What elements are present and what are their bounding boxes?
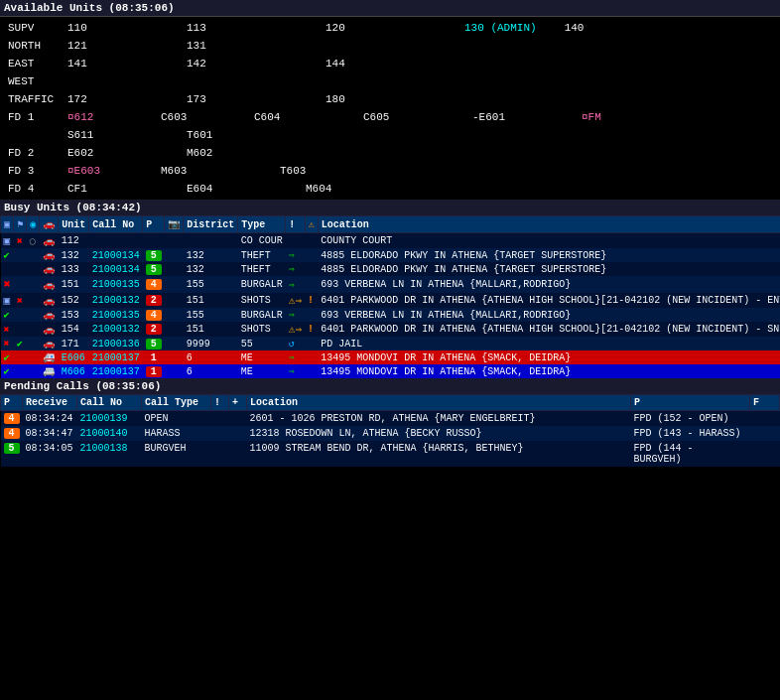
unit-180[interactable]: 180 (322, 90, 401, 108)
td-unit: 151 (59, 276, 89, 293)
unit-t603[interactable]: T603 (276, 162, 355, 180)
table-row[interactable]: ✖ 🚗 151 21000135 4 155 BURGALR ⇒ 693 VER… (1, 276, 781, 293)
td-district: 151 (184, 322, 238, 337)
unit-612[interactable]: ¤612 (64, 108, 143, 126)
td-location: 4885 ELDORADO PKWY IN ATHENA {TARGET SUP… (318, 262, 780, 276)
td-p: 1 (143, 350, 165, 364)
unit-e604[interactable]: E604 (183, 180, 262, 198)
table-row[interactable]: ▣ ✖ 🚗 152 21000132 2 151 SHOTS ⚠⇒ ! 6401… (1, 293, 781, 308)
th-type: Type (238, 216, 286, 233)
unit-173[interactable]: 173 (183, 90, 262, 108)
unit-m604[interactable]: M604 (302, 180, 381, 198)
x-red-icon: ✖ (4, 325, 10, 336)
list-item[interactable]: 5 08:34:05 21000138 BURGVEH 11009 STREAM… (1, 441, 780, 467)
check-icon: ✔ (4, 310, 10, 321)
td-unit: 132 (59, 248, 89, 262)
unit-131[interactable]: 131 (183, 37, 262, 55)
td-warn (211, 411, 229, 427)
unit-label-fd2: FD 2 (4, 144, 64, 162)
unit-c604[interactable]: C604 (250, 108, 329, 126)
td-car-icon: 🚗 (40, 322, 59, 337)
table-row[interactable]: ▣ ✖ ◯ 🚗 112 CO COUR COUNTY COURT (1, 233, 781, 249)
table-row[interactable]: ✔ 🚐 M606 21000137 1 6 ME ⇒ 13495 MONDOVI… (1, 364, 781, 378)
table-row[interactable]: ✔ 🚗 153 21000135 4 155 BURGALR ⇒ 693 VER… (1, 308, 781, 322)
td-location: 693 VERBENA LN IN ATHENA {MALLARI,RODRIG… (318, 276, 780, 293)
unit-172[interactable]: 172 (64, 90, 143, 108)
flag-icon: ⚑ (17, 219, 23, 230)
check-icon: ✔ (4, 250, 10, 261)
unit-spacer9 (262, 90, 322, 108)
th-location: Location (318, 216, 780, 233)
unit-144[interactable]: 144 (322, 55, 401, 72)
unit-spacer6 (143, 55, 183, 72)
td-warn: ! (305, 322, 318, 337)
monitor-icon: ▣ (4, 295, 11, 307)
unit-t601[interactable]: T601 (183, 126, 262, 144)
unit-e602[interactable]: E602 (64, 144, 143, 162)
unit-130-admin[interactable]: 130 (ADMIN) (460, 19, 541, 37)
th-callno: Call No (89, 216, 143, 233)
td-receive: 08:34:24 (23, 411, 77, 427)
table-row[interactable]: ✔ 🚑 E606 21000137 1 6 ME ⇒ 13495 MONDOVI… (1, 350, 781, 364)
unit-142[interactable]: 142 (183, 55, 262, 72)
td-excl: ↺ (286, 337, 305, 350)
unit-120[interactable]: 120 (322, 19, 401, 37)
th-med: + (229, 395, 247, 411)
car-icon: 🚗 (43, 310, 55, 321)
td-icon3 (27, 364, 40, 378)
priority-badge: 5 (4, 443, 20, 454)
available-units-header: Available Units (08:35:06) (0, 0, 780, 17)
unit-e603[interactable]: ¤E603 (64, 162, 143, 180)
td-camera (165, 293, 184, 308)
table-row[interactable]: ✔ 🚗 132 21000134 5 132 THEFT ⇒ 4885 ELDO… (1, 248, 781, 262)
arrow-icon: ⇒ (289, 280, 295, 291)
unit-row-fd4: FD 4 CF1 E604 M604 (4, 180, 776, 198)
monitor-icon: ▣ (4, 219, 10, 230)
td-calltype: BURGVEH (142, 441, 211, 467)
td-icon1: ✖ (1, 322, 14, 337)
unit-row-fd3: FD 3 ¤E603 M603 T603 (4, 162, 776, 180)
unit-spacer4 (541, 19, 561, 37)
td-icon2 (14, 262, 27, 276)
td-district: 155 (184, 276, 238, 293)
table-row[interactable]: ✖ ✔ 🚗 171 21000136 5 9999 55 ↺ PD JAIL (1, 337, 781, 350)
car-e-icon: 🚑 (43, 352, 55, 363)
x-red-icon: ✖ (4, 339, 10, 350)
list-item[interactable]: 4 08:34:47 21000140 HARASS 12318 ROSEDOW… (1, 426, 780, 441)
unit-113[interactable]: 113 (183, 19, 262, 37)
unit-e601[interactable]: -E601 (468, 108, 548, 126)
unit-c603[interactable]: C603 (157, 108, 236, 126)
available-units-grid: SUPV 110 113 120 130 (ADMIN) 140 NORTH 1… (0, 17, 780, 200)
pending-calls-table: P Receive Call No Call Type ! + Location… (0, 394, 780, 467)
td-excl (286, 233, 305, 249)
td-location: 6401 PARKWOOD DR IN ATHENA {ATHENA HIGH … (318, 293, 780, 308)
unit-m602[interactable]: M602 (183, 144, 262, 162)
td-icon2: ✖ (14, 233, 27, 249)
unit-141[interactable]: 141 (64, 55, 143, 72)
priority-badge: 2 (146, 295, 162, 306)
unit-110[interactable]: 110 (64, 19, 143, 37)
th-p: P (143, 216, 165, 233)
td-type: THEFT (238, 248, 286, 262)
th-warn: ⚠ (305, 216, 318, 233)
td-icon3 (27, 350, 40, 364)
unit-row-s611: S611 T601 (4, 126, 776, 144)
unit-c605[interactable]: C605 (359, 108, 439, 126)
x-red-icon: ✖ (17, 236, 23, 247)
car-m-icon: 🚐 (43, 366, 55, 377)
th-calltype: Call Type (142, 395, 211, 411)
td-icon3 (27, 308, 40, 322)
unit-label-east: EAST (4, 55, 64, 72)
td-callno: 21000134 (89, 248, 143, 262)
td-excl: ⇒ (286, 350, 305, 364)
unit-s611[interactable]: S611 (64, 126, 143, 144)
table-row[interactable]: 🚗 133 21000134 5 132 THEFT ⇒ 4885 ELDORA… (1, 262, 781, 276)
list-item[interactable]: 4 08:34:24 21000139 OPEN 2601 - 1026 PRE… (1, 411, 780, 427)
th-icon1: ▣ (1, 216, 14, 233)
unit-m603[interactable]: M603 (157, 162, 236, 180)
unit-cf1[interactable]: CF1 (64, 180, 143, 198)
table-row[interactable]: ✖ 🚗 154 21000132 2 151 SHOTS ⚠⇒ ! 6401 P… (1, 322, 781, 337)
unit-140[interactable]: 140 (561, 19, 640, 37)
unit-121[interactable]: 121 (64, 37, 143, 55)
unit-fm[interactable]: ¤FM (578, 108, 657, 126)
